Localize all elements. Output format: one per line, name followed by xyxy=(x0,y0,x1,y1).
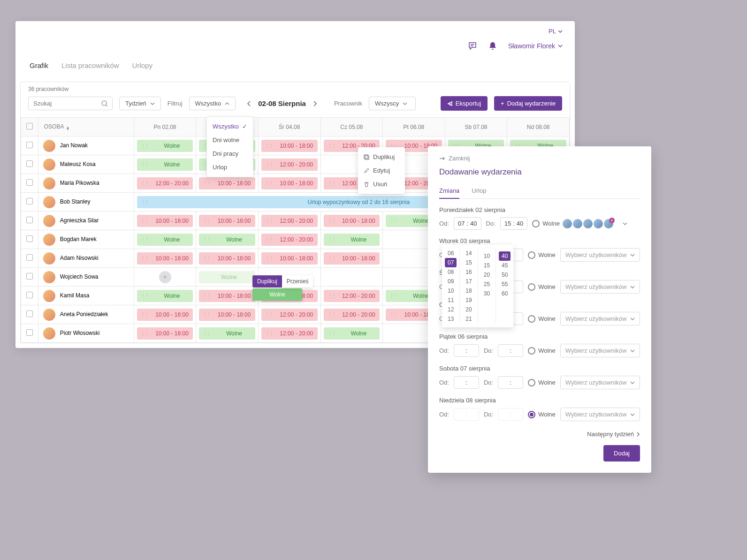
time-option[interactable]: 15 xyxy=(481,261,493,270)
free-chip[interactable]: ⋮⋮Wolne xyxy=(137,234,193,246)
shift-chip[interactable]: ⋮⋮12:00 - 20:00 xyxy=(261,309,318,321)
period-select[interactable]: Tydzień xyxy=(119,97,161,110)
shift-chip[interactable]: ⋮⋮12:00 - 20:00 xyxy=(261,159,318,171)
free-radio[interactable]: Wolne xyxy=(528,251,556,259)
from-time-input[interactable]: : xyxy=(454,376,479,389)
row-checkbox[interactable] xyxy=(26,235,33,242)
day-cell[interactable]: ⋮⋮10:00 - 18:00 xyxy=(258,249,320,268)
day-cell[interactable]: ⋮⋮Wolne xyxy=(320,324,383,343)
day-cell[interactable]: ⋮⋮12:00 - 20:00 xyxy=(258,155,320,174)
tab-leave[interactable]: Urlopy xyxy=(132,58,152,73)
filter-option-free[interactable]: Dni wolne xyxy=(207,133,253,147)
row-checkbox[interactable] xyxy=(26,160,33,167)
search-box[interactable] xyxy=(28,97,113,110)
user-select[interactable]: Wybierz użytkowników xyxy=(560,344,640,357)
row-checkbox[interactable] xyxy=(26,292,33,298)
panel-add-button[interactable]: Dodaj xyxy=(603,445,640,462)
time-option[interactable]: 10 xyxy=(445,286,457,295)
time-option[interactable]: 15 xyxy=(463,258,474,267)
to-time-input[interactable]: : xyxy=(498,376,523,389)
context-duplicate[interactable]: Duplikuj xyxy=(358,150,405,164)
free-chip[interactable]: ⋮⋮Wolne xyxy=(324,234,380,246)
free-chip[interactable]: ⋮⋮Wolne xyxy=(137,140,193,152)
shift-chip[interactable]: ⋮⋮10:00 - 18:00 xyxy=(199,309,255,321)
shift-chip[interactable]: ⋮⋮12:00 - 20:00 xyxy=(261,234,318,246)
time-option[interactable]: 20 xyxy=(463,305,474,314)
free-chip[interactable]: ⋮⋮Wolne xyxy=(137,290,193,302)
day-cell[interactable]: ⋮⋮Wolne xyxy=(320,230,383,249)
shift-chip[interactable]: ⋮⋮10:00 - 18:00 xyxy=(261,177,318,189)
language-selector[interactable]: PL xyxy=(549,28,563,35)
time-option[interactable]: 55 xyxy=(499,280,511,289)
free-chip[interactable]: ⋮⋮Wolne xyxy=(324,327,380,340)
row-checkbox[interactable] xyxy=(26,179,33,186)
row-checkbox[interactable] xyxy=(26,310,33,317)
chat-icon[interactable] xyxy=(468,41,477,51)
search-input[interactable] xyxy=(33,100,101,107)
free-radio[interactable]: Wolne xyxy=(532,220,560,227)
time-option[interactable]: 18 xyxy=(463,286,474,295)
free-radio[interactable]: Wolne xyxy=(528,347,556,355)
time-option[interactable]: 45 xyxy=(499,261,511,270)
to-time-input[interactable]: : xyxy=(498,408,523,421)
add-cell-button[interactable]: + xyxy=(159,271,171,283)
shift-chip[interactable]: ⋮⋮10:00 - 18:00 xyxy=(261,140,318,152)
day-cell[interactable]: ⋮⋮Wolne xyxy=(134,287,196,305)
time-option[interactable]: 16 xyxy=(463,267,474,277)
time-option[interactable]: 08 xyxy=(445,267,457,277)
day-cell[interactable]: ⋮⋮10:00 - 18:00 xyxy=(134,324,196,343)
from-time-input[interactable]: : xyxy=(454,344,479,357)
time-option[interactable]: 25 xyxy=(481,280,493,289)
time-option[interactable]: 21 xyxy=(463,314,474,324)
column-person[interactable]: OSOBA▲▼ xyxy=(38,118,134,136)
panel-tab-leave[interactable]: Urlop xyxy=(472,183,486,198)
drag-move-tab[interactable]: Przenieś xyxy=(282,275,313,288)
row-checkbox[interactable] xyxy=(26,329,33,336)
time-option[interactable]: 13 xyxy=(445,314,457,324)
context-edit[interactable]: Edytuj xyxy=(358,164,405,177)
person-cell[interactable]: Bob Stanley xyxy=(38,193,134,212)
time-option[interactable]: 40 xyxy=(499,251,511,261)
free-radio[interactable]: Wolne xyxy=(528,315,556,323)
person-cell[interactable]: Wojciech Sowa xyxy=(38,268,134,287)
day-cell[interactable]: ⋮⋮12:00 - 20:00 xyxy=(320,305,383,324)
drag-chip[interactable]: Wolne xyxy=(252,288,302,301)
to-time-input[interactable]: : xyxy=(498,344,523,357)
day-cell[interactable]: ⋮⋮Wolne xyxy=(196,324,259,343)
user-select[interactable]: Wybierz użytkowników xyxy=(560,376,640,389)
time-option[interactable]: 20 xyxy=(481,270,493,280)
day-cell[interactable]: ⋮⋮10:00 - 18:00 xyxy=(134,249,196,268)
export-button[interactable]: Eksportuj xyxy=(441,96,488,111)
day-cell[interactable]: ⋮⋮10:00 - 18:00 xyxy=(258,136,320,155)
next-week-button[interactable]: Następny tydzień xyxy=(587,431,640,438)
free-radio[interactable]: Wolne xyxy=(528,283,556,291)
shift-chip[interactable]: ⋮⋮10:00 - 18:00 xyxy=(324,215,380,227)
free-chip[interactable]: ⋮⋮Wolne xyxy=(199,234,255,246)
day-cell[interactable]: ⋮⋮10:00 - 18:00 xyxy=(258,174,320,193)
shift-chip[interactable]: ⋮⋮12:00 - 20:00 xyxy=(137,177,193,189)
row-checkbox[interactable] xyxy=(26,254,33,261)
shift-chip[interactable]: ⋮⋮10:00 - 18:00 xyxy=(199,252,255,265)
add-event-button[interactable]: + Dodaj wydarzenie xyxy=(494,96,562,111)
drag-duplicate-tab[interactable]: Duplikuj xyxy=(252,275,282,288)
day-cell[interactable]: Wolne xyxy=(196,268,259,287)
day-cell[interactable]: ⋮⋮10:00 - 18:00 xyxy=(320,249,383,268)
avatar-remove[interactable] xyxy=(603,218,614,229)
shift-chip[interactable]: ⋮⋮10:00 - 18:00 xyxy=(324,252,380,265)
day-cell[interactable]: ⋮⋮Wolne xyxy=(196,230,259,249)
time-option[interactable]: 19 xyxy=(463,295,474,305)
person-cell[interactable]: Agnieszka Silar xyxy=(38,212,134,230)
user-select[interactable]: Wybierz użytkowników xyxy=(560,280,640,294)
day-cell[interactable]: ⋮⋮10:00 - 18:00 xyxy=(196,249,259,268)
context-delete[interactable]: Usuń xyxy=(358,177,405,191)
employee-select[interactable]: Wszyscy xyxy=(369,97,416,110)
user-select[interactable]: Wybierz użytkowników xyxy=(560,312,640,325)
day-cell[interactable]: ⋮⋮12:00 - 20:00 xyxy=(258,324,320,343)
day-cell[interactable]: ⋮⋮10:00 - 18:00 xyxy=(134,305,196,324)
row-checkbox[interactable] xyxy=(26,217,33,223)
day-cell[interactable]: ⋮⋮10:00 - 18:00 xyxy=(320,212,383,230)
person-cell[interactable]: Jan Nowak xyxy=(38,136,134,155)
day-cell[interactable]: ⋮⋮12:00 - 20:00 xyxy=(258,212,320,230)
time-option[interactable]: 12 xyxy=(445,305,457,314)
time-option[interactable]: 06 xyxy=(445,249,457,258)
